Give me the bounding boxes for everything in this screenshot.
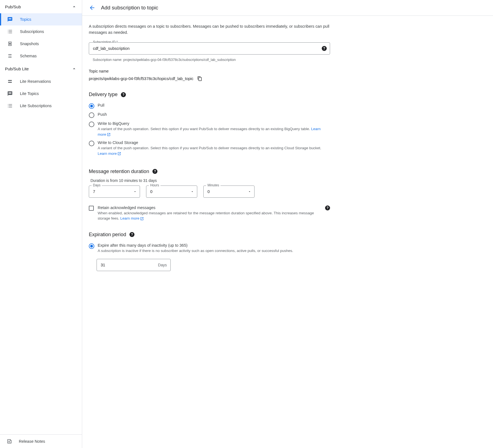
main-content: Add subscription to topic A subscription… bbox=[82, 0, 493, 448]
delivery-heading: Delivery type bbox=[89, 92, 118, 97]
expiration-suffix: Days bbox=[158, 263, 167, 267]
radio-label: Write to BigQuery bbox=[98, 121, 330, 126]
radio-pull[interactable] bbox=[89, 103, 94, 109]
list-icon bbox=[7, 28, 13, 35]
help-icon[interactable]: ? bbox=[152, 169, 157, 174]
radio-label: Write to Cloud Storage bbox=[98, 140, 330, 145]
nav-label: Schemas bbox=[20, 54, 37, 58]
sidebar-item-topics[interactable]: Topics bbox=[0, 13, 82, 25]
list-icon bbox=[7, 102, 13, 109]
page-description: A subscription directs messages on a top… bbox=[89, 24, 330, 36]
learn-more-link[interactable]: Learn more bbox=[98, 151, 121, 156]
minutes-select[interactable] bbox=[203, 186, 255, 198]
retention-hint: Duration is from 10 minutes to 31 days bbox=[90, 178, 330, 183]
retain-ack-label: Retain acknowledged messages bbox=[98, 205, 322, 210]
subscription-id-input[interactable] bbox=[89, 42, 330, 55]
retain-ack-checkbox[interactable] bbox=[89, 206, 94, 211]
back-arrow-icon[interactable] bbox=[89, 4, 95, 11]
days-select[interactable] bbox=[89, 186, 140, 198]
radio-push[interactable] bbox=[89, 112, 94, 118]
page-title: Add subscription to topic bbox=[101, 5, 158, 11]
radio-label: Push bbox=[98, 112, 330, 117]
sidebar: Pub/Sub Topics Subscriptions Snapshots bbox=[0, 0, 82, 448]
external-link-icon bbox=[107, 133, 111, 137]
topic-icon bbox=[7, 90, 13, 97]
nav-label: Lite Subscriptions bbox=[20, 104, 51, 108]
topic-icon bbox=[7, 16, 13, 23]
snapshot-icon bbox=[7, 40, 13, 47]
radio-desc: A variant of the push operation. Select … bbox=[98, 126, 330, 137]
retain-ack-desc: When enabled, acknowledged messages are … bbox=[98, 210, 322, 221]
external-link-icon bbox=[140, 217, 144, 221]
section-title: Pub/Sub bbox=[5, 4, 21, 9]
release-notes-label: Release Notes bbox=[19, 439, 45, 444]
copy-icon[interactable] bbox=[197, 76, 202, 81]
schema-icon bbox=[7, 53, 13, 59]
subscription-id-helper: Subscription name: projects/qwiklabs-gcp… bbox=[89, 56, 330, 63]
radio-cloud-storage[interactable] bbox=[89, 141, 94, 146]
radio-desc: A subscription is inactive if there is n… bbox=[98, 248, 330, 254]
nav-label: Lite Reservations bbox=[20, 79, 51, 84]
help-icon[interactable]: ? bbox=[121, 92, 126, 97]
release-notes-link[interactable]: Release Notes bbox=[0, 434, 82, 448]
topbar: Add subscription to topic bbox=[82, 0, 493, 16]
nav-label: Snapshots bbox=[20, 42, 39, 46]
help-icon[interactable]: ? bbox=[325, 205, 330, 210]
help-icon[interactable]: ? bbox=[322, 46, 327, 51]
chevron-up-icon bbox=[71, 4, 77, 9]
section-title: Pub/Sub Lite bbox=[5, 66, 29, 71]
sidebar-item-subscriptions[interactable]: Subscriptions bbox=[0, 25, 82, 38]
radio-bigquery[interactable] bbox=[89, 122, 94, 127]
sidebar-item-lite-reservations[interactable]: Lite Reservations bbox=[0, 75, 82, 87]
radio-desc: A variant of the push operation. Select … bbox=[98, 145, 330, 156]
external-link-icon bbox=[117, 152, 121, 156]
learn-more-link[interactable]: Learn more bbox=[120, 216, 144, 220]
radio-label: Pull bbox=[98, 103, 330, 107]
topic-name-value: projects/qwiklabs-gcp-04-f3fcf5378c3c/to… bbox=[89, 76, 193, 81]
radio-expire-inactivity[interactable] bbox=[89, 243, 94, 249]
sidebar-item-schemas[interactable]: Schemas bbox=[0, 50, 82, 62]
radio-label: Expire after this many days of inactivit… bbox=[98, 243, 330, 248]
notes-icon bbox=[7, 439, 12, 444]
expiration-heading: Expiration period bbox=[89, 232, 126, 238]
hours-label: Hours bbox=[149, 183, 160, 187]
retention-heading: Message retention duration bbox=[89, 169, 149, 174]
days-label: Days bbox=[92, 183, 102, 187]
nav-label: Subscriptions bbox=[20, 29, 44, 34]
sidebar-item-lite-subscriptions[interactable]: Lite Subscriptions bbox=[0, 100, 82, 112]
reservations-icon bbox=[7, 78, 13, 85]
section-header-pubsub-lite[interactable]: Pub/Sub Lite bbox=[0, 62, 82, 75]
nav-label: Topics bbox=[20, 17, 31, 22]
hours-select[interactable] bbox=[146, 186, 197, 198]
nav-label: Lite Topics bbox=[20, 91, 39, 96]
section-header-pubsub[interactable]: Pub/Sub bbox=[0, 0, 82, 13]
chevron-up-icon bbox=[71, 66, 77, 71]
minutes-label: Minutes bbox=[206, 183, 220, 187]
sidebar-item-lite-topics[interactable]: Lite Topics bbox=[0, 87, 82, 100]
sidebar-item-snapshots[interactable]: Snapshots bbox=[0, 38, 82, 50]
topic-name-label: Topic name bbox=[89, 69, 330, 73]
help-icon[interactable]: ? bbox=[129, 232, 134, 237]
